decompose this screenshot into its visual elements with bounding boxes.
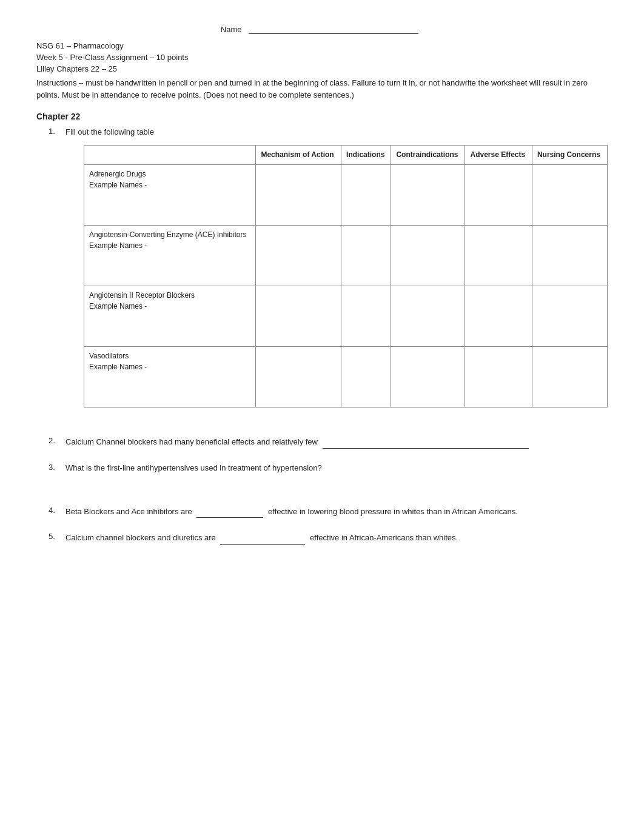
q2-text: Calcium Channel blockers had many benefi… [65,437,318,446]
name-line: Name [36,24,608,34]
row-label-arb: Angiotensin II Receptor BlockersExample … [84,286,256,346]
course-line: NSG 61 – Pharmacology [36,41,608,50]
q1-content: Fill out the following table Mechanism o… [65,126,608,422]
col-header-indications: Indications [341,145,391,164]
adrenergic-nursing[interactable] [532,164,607,225]
adrenergic-contraindications[interactable] [391,164,465,225]
ace-indications[interactable] [341,225,391,286]
row-label-ace: Angiotensin-Converting Enzyme (ACE) Inhi… [84,225,256,286]
q2-content: Calcium Channel blockers had many benefi… [65,435,608,449]
chapters-line: Lilley Chapters 22 – 25 [36,64,608,73]
q4-text-after: effective in lowering blood pressure in … [268,507,518,516]
week-line: Week 5 - Pre-Class Assignment – 10 point… [36,53,608,62]
question-3-row: 3. What is the first-line antihypertensi… [49,462,608,475]
ace-adverse[interactable] [465,225,532,286]
vasodilators-nursing[interactable] [532,346,607,407]
arb-contraindications[interactable] [391,286,465,346]
chapter-heading: Chapter 22 [36,112,608,121]
drug-table: Mechanism of Action Indications Contrain… [84,145,608,407]
q1-text: Fill out the following table [65,126,608,139]
q4-fill-blank [196,505,263,518]
adrenergic-mechanism[interactable] [256,164,341,225]
question-2-row: 2. Calcium Channel blockers had many ben… [49,435,608,449]
ace-mechanism[interactable] [256,225,341,286]
q4-content: Beta Blockers and Ace inhibitors are eff… [65,505,608,518]
table-header-row: Mechanism of Action Indications Contrain… [84,145,608,164]
table-row: Angiotensin-Converting Enzyme (ACE) Inhi… [84,225,608,286]
q3-content: What is the first-line antihypertensives… [65,462,608,475]
table-row: VasodilatorsExample Names - [84,346,608,407]
adrenergic-adverse[interactable] [465,164,532,225]
question-5-row: 5. Calcium channel blockers and diuretic… [49,531,608,545]
q5-text-after: effective in African-Americans than whit… [310,533,458,542]
ace-contraindications[interactable] [391,225,465,286]
table-row: Adrenergic DrugsExample Names - [84,164,608,225]
q3-number: 3. [49,462,65,472]
q5-number: 5. [49,531,65,541]
q3-text: What is the first-line antihypertensives… [65,463,322,472]
q5-text-before: Calcium channel blockers and diuretics a… [65,533,216,542]
row-label-vasodilators: VasodilatorsExample Names - [84,346,256,407]
col-header-mechanism: Mechanism of Action [256,145,341,164]
ace-nursing[interactable] [532,225,607,286]
question-4-row: 4. Beta Blockers and Ace inhibitors are … [49,505,608,518]
question-1-row: 1. Fill out the following table Mechanis… [49,126,608,422]
q1-number: 1. [49,126,65,136]
col-header-contraindications: Contraindications [391,145,465,164]
vasodilators-mechanism[interactable] [256,346,341,407]
adrenergic-indications[interactable] [341,164,391,225]
col-header-adverse: Adverse Effects [465,145,532,164]
drug-table-wrapper: Mechanism of Action Indications Contrain… [84,145,608,407]
row-label-adrenergic: Adrenergic DrugsExample Names - [84,164,256,225]
instructions-text: Instructions – must be handwritten in pe… [36,77,608,101]
vasodilators-indications[interactable] [341,346,391,407]
q2-number: 2. [49,435,65,445]
q2-blank-line [323,435,529,449]
vasodilators-adverse[interactable] [465,346,532,407]
arb-indications[interactable] [341,286,391,346]
q5-fill-blank [220,531,305,545]
name-underline [249,24,418,34]
table-row: Angiotensin II Receptor BlockersExample … [84,286,608,346]
col-header-nursing: Nursing Concerns [532,145,607,164]
arb-mechanism[interactable] [256,286,341,346]
arb-adverse[interactable] [465,286,532,346]
q4-number: 4. [49,505,65,515]
col-header-drug [84,145,256,164]
q5-content: Calcium channel blockers and diuretics a… [65,531,608,545]
arb-nursing[interactable] [532,286,607,346]
vasodilators-contraindications[interactable] [391,346,465,407]
q4-text-before: Beta Blockers and Ace inhibitors are [65,507,192,516]
name-label: Name [221,25,242,34]
